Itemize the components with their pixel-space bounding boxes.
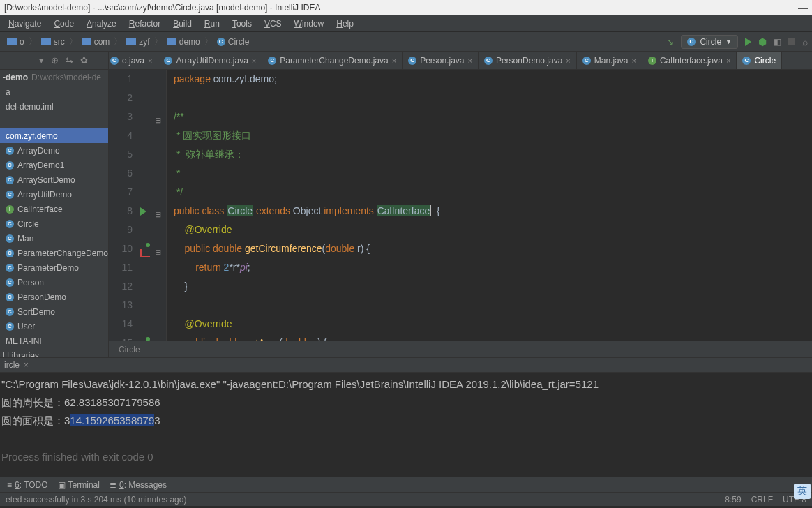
tree-package-selected[interactable]: com.zyf.demo bbox=[0, 128, 108, 143]
fold-icon[interactable]: ⊟ bbox=[155, 337, 161, 341]
breadcrumb-demo[interactable]: demo bbox=[164, 37, 203, 47]
run-config-selector[interactable]: C Circle ▼ bbox=[681, 35, 738, 49]
close-icon[interactable]: × bbox=[392, 57, 396, 65]
run-tab-label[interactable]: ircle bbox=[4, 360, 20, 370]
close-icon[interactable]: × bbox=[148, 57, 152, 65]
implements-gutter-icon[interactable] bbox=[140, 245, 150, 264]
code-line[interactable]: /** bbox=[174, 107, 812, 126]
coverage-icon[interactable]: ◧ bbox=[774, 37, 781, 47]
editor-tab[interactable]: CPersonDemo.java× bbox=[479, 52, 577, 69]
code-line[interactable]: * bbox=[174, 164, 812, 183]
menu-help[interactable]: Help bbox=[331, 17, 359, 30]
editor-tab[interactable]: ICalInterface.java× bbox=[642, 52, 737, 69]
tree-item[interactable] bbox=[0, 114, 108, 128]
editor-breadcrumb[interactable]: Circle bbox=[109, 341, 812, 357]
menu-vcs[interactable]: VCS bbox=[259, 17, 287, 30]
code-line[interactable]: * 弥补单继承： bbox=[174, 145, 812, 164]
collapse-icon[interactable]: ⇆ bbox=[66, 55, 73, 66]
menu-run[interactable]: Run bbox=[199, 17, 225, 30]
console-output[interactable]: "C:\Program Files\Java\jdk-12.0.1\bin\ja… bbox=[0, 373, 812, 477]
debug-icon[interactable]: ⬢ bbox=[758, 36, 767, 47]
menu-window[interactable]: Window bbox=[289, 17, 330, 30]
close-icon[interactable]: × bbox=[252, 57, 256, 65]
gear-icon[interactable]: ✿ bbox=[80, 55, 88, 66]
breadcrumb-zyf[interactable]: zyf bbox=[123, 37, 152, 47]
stop-icon[interactable] bbox=[788, 38, 795, 45]
line-separator[interactable]: CRLF bbox=[751, 495, 773, 505]
tree-item[interactable]: ICalInterface bbox=[0, 202, 108, 216]
tree-item[interactable]: CMan bbox=[0, 231, 108, 246]
menu-build[interactable]: Build bbox=[167, 17, 197, 30]
code-line[interactable]: */ bbox=[174, 183, 812, 202]
code-line[interactable]: package com.zyf.demo; bbox=[174, 70, 812, 89]
breadcrumb-o[interactable]: o bbox=[4, 37, 27, 47]
fold-icon[interactable]: ⊟ bbox=[155, 205, 161, 224]
target-icon[interactable]: ⊕ bbox=[51, 55, 59, 66]
editor-tab[interactable]: CArrayUtilDemo.java× bbox=[158, 52, 262, 69]
close-icon[interactable]: × bbox=[726, 57, 730, 65]
editor-tab[interactable]: CPerson.java× bbox=[403, 52, 479, 69]
run-icon[interactable] bbox=[745, 38, 751, 46]
code-line[interactable]: return 2*r*pi; bbox=[174, 258, 812, 277]
close-icon[interactable]: × bbox=[468, 57, 472, 65]
ime-indicator[interactable]: 英 bbox=[794, 484, 811, 499]
chevron-down-icon[interactable]: ▾ bbox=[39, 55, 44, 66]
project-tree[interactable]: -demo D:\works\model-deadel-demo.imlcom.… bbox=[0, 70, 108, 357]
code-line[interactable]: * 圆实现图形接口 bbox=[174, 126, 812, 145]
run-gutter-icon[interactable] bbox=[140, 207, 146, 216]
messages-tool[interactable]: ≣ 0: Messages bbox=[110, 480, 167, 490]
code-line[interactable]: public double getArea(double r) { bbox=[174, 334, 812, 341]
implements-gutter-icon[interactable] bbox=[140, 339, 150, 341]
code-line[interactable]: @Override bbox=[174, 315, 812, 334]
code-line[interactable] bbox=[174, 89, 812, 107]
minimize-icon[interactable]: — bbox=[798, 2, 808, 13]
code-line[interactable]: @Override bbox=[174, 221, 812, 239]
search-icon[interactable]: ⌕ bbox=[802, 36, 808, 47]
tree-item[interactable]: CArrayUtilDemo bbox=[0, 187, 108, 202]
menu-navigate[interactable]: Navigate bbox=[3, 17, 47, 30]
tree-item[interactable]: META-INF bbox=[0, 334, 108, 348]
close-icon[interactable]: × bbox=[566, 57, 570, 65]
tree-item[interactable]: CCircle bbox=[0, 216, 108, 231]
menu-analyze[interactable]: Analyze bbox=[81, 17, 122, 30]
fold-icon[interactable]: ⊟ bbox=[155, 111, 161, 130]
tree-libraries[interactable]: l Libraries bbox=[0, 348, 108, 357]
code-editor[interactable]: 123456789101112131415 ⊟⊟⊟⊟ package com.z… bbox=[109, 70, 812, 341]
code-line[interactable]: public class Circle extends Object imple… bbox=[174, 202, 812, 221]
tree-item[interactable]: CPersonDemo bbox=[0, 290, 108, 304]
gutter-marks[interactable] bbox=[138, 70, 153, 341]
fold-icon[interactable]: ⊟ bbox=[155, 243, 161, 262]
menu-tools[interactable]: Tools bbox=[227, 17, 257, 30]
menu-code[interactable]: Code bbox=[48, 17, 80, 30]
tree-item[interactable]: a bbox=[0, 84, 108, 99]
todo-tool[interactable]: ≡ 6: TODO bbox=[7, 480, 48, 490]
caret-position[interactable]: 8:59 bbox=[725, 495, 741, 505]
tree-item[interactable]: CParameterChangeDemo bbox=[0, 246, 108, 260]
breadcrumb-src[interactable]: src bbox=[38, 37, 68, 47]
editor-tab[interactable]: Co.java× bbox=[109, 52, 158, 69]
tree-item[interactable]: CSortDemo bbox=[0, 304, 108, 319]
tree-item[interactable]: CParameterDemo bbox=[0, 260, 108, 275]
editor-tab[interactable]: CCircle bbox=[737, 52, 782, 69]
breadcrumb-Circle[interactable]: CCircle bbox=[214, 37, 253, 47]
tree-item[interactable]: del-demo.iml bbox=[0, 99, 108, 114]
terminal-tool[interactable]: ▣ Terminal bbox=[58, 480, 100, 490]
tree-item[interactable]: CArrayDemo bbox=[0, 143, 108, 158]
close-icon[interactable]: × bbox=[631, 57, 636, 65]
tree-item[interactable]: CUser bbox=[0, 319, 108, 334]
code-line[interactable] bbox=[174, 296, 812, 315]
code-line[interactable]: } bbox=[174, 277, 812, 296]
tree-item[interactable]: CArrayDemo1 bbox=[0, 158, 108, 172]
editor-tab[interactable]: CParameterChangeDemo.java× bbox=[262, 52, 403, 69]
project-root[interactable]: -demo D:\works\model-de bbox=[0, 70, 108, 84]
hide-icon[interactable]: — bbox=[95, 55, 104, 66]
gutter-folds[interactable]: ⊟⊟⊟⊟ bbox=[153, 70, 166, 341]
code-line[interactable]: public double getCircumference(double r)… bbox=[174, 239, 812, 258]
menu-refactor[interactable]: Refactor bbox=[123, 17, 166, 30]
build-icon[interactable]: ↘ bbox=[667, 37, 674, 47]
breadcrumb-com[interactable]: com bbox=[79, 37, 113, 47]
close-icon[interactable]: × bbox=[24, 360, 29, 370]
tree-item[interactable]: CPerson bbox=[0, 275, 108, 290]
tree-item[interactable]: CArraySortDemo bbox=[0, 172, 108, 187]
editor-tab[interactable]: CMan.java× bbox=[577, 52, 642, 69]
